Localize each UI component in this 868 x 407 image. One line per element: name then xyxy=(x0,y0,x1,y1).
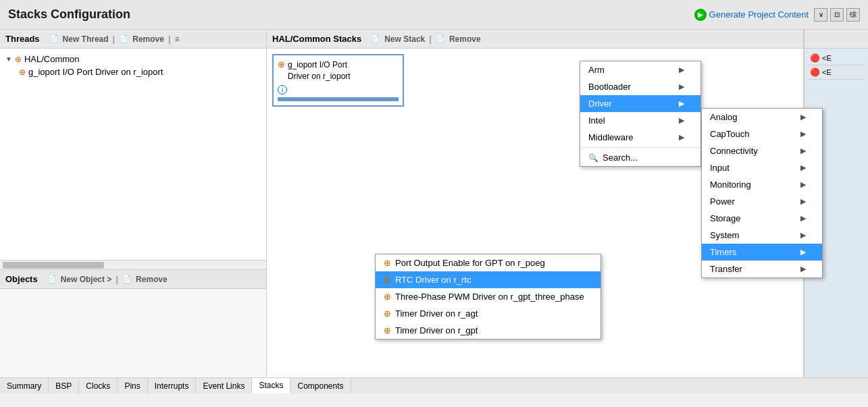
toolbar-icon-3[interactable]: 综 xyxy=(846,8,860,22)
tab-interrupts[interactable]: Interrupts xyxy=(148,378,197,394)
menu-connectivity-label: Connectivity xyxy=(710,146,800,156)
menu-input-arrow: ▶ xyxy=(800,163,806,172)
menu-item-analog[interactable]: Analog ▶ xyxy=(702,109,822,126)
menu-item-monitoring[interactable]: Monitoring ▶ xyxy=(702,176,822,193)
menu-item-intel[interactable]: Intel ▶ xyxy=(580,112,700,129)
menu-item-poeg[interactable]: ⊕ Port Output Enable for GPT on r_poeg xyxy=(376,254,601,271)
tree-children: ⊕ g_ioport I/O Port Driver on r_ioport xyxy=(16,65,263,78)
menu-middleware-label: Middleware xyxy=(588,132,679,142)
tab-event-links[interactable]: Event Links xyxy=(196,378,252,394)
remove-stack-icon: 📄 xyxy=(436,34,445,43)
search-icon: 🔍 xyxy=(588,153,598,163)
menu-connectivity-arrow: ▶ xyxy=(800,146,806,155)
menu-monitoring-label: Monitoring xyxy=(710,180,800,190)
menu-captouch-arrow: ▶ xyxy=(800,130,806,138)
menu-item-three-phase[interactable]: ⊕ Three-Phase PWM Driver on r_gpt_three_… xyxy=(376,288,601,305)
stack-block-bar xyxy=(278,97,399,101)
context-menu-driver: Analog ▶ CapTouch ▶ Connectivity ▶ Input… xyxy=(701,108,823,278)
new-stack-btn[interactable]: New Stack xyxy=(384,34,425,44)
right-label-2: <E xyxy=(822,68,832,76)
poeg-icon: ⊕ xyxy=(384,258,391,268)
remove-object-btn[interactable]: Remove xyxy=(136,275,168,284)
menu-analog-arrow: ▶ xyxy=(800,113,806,121)
tab-pins[interactable]: Pins xyxy=(118,378,147,394)
ioport-icon: ⊕ xyxy=(19,67,26,77)
threads-actions: 📄 New Thread | 📄 Remove | ≡ xyxy=(49,34,180,44)
menu-item-system[interactable]: System ▶ xyxy=(702,227,822,244)
right-panel-header xyxy=(805,30,868,49)
menu-item-middleware[interactable]: Middleware ▶ xyxy=(580,129,700,146)
app-header: Stacks Configuration ▶ Generate Project … xyxy=(0,0,868,30)
info-icon[interactable]: i xyxy=(278,85,287,94)
menu-storage-label: Storage xyxy=(710,213,800,223)
objects-panel: Objects 📄 New Object > | 📄 Remove xyxy=(0,269,267,377)
menu-divider xyxy=(580,147,700,148)
remove-thread-btn[interactable]: Remove xyxy=(132,34,164,44)
right-icon-1: 🔴 xyxy=(810,53,820,63)
menu-item-bootloader[interactable]: Bootloader ▶ xyxy=(580,78,700,95)
menu-system-label: System xyxy=(710,230,800,240)
menu-poeg-label: Port Output Enable for GPT on r_poeg xyxy=(395,258,584,268)
stack-block-icon: ⊕ xyxy=(278,59,285,70)
menu-item-timer-gpt[interactable]: ⊕ Timer Driver on r_gpt xyxy=(376,322,601,339)
menu-item-power[interactable]: Power ▶ xyxy=(702,193,822,210)
tab-clocks[interactable]: Clocks xyxy=(79,378,118,394)
threephase-icon: ⊕ xyxy=(384,292,391,302)
menu-item-driver[interactable]: Driver ▶ xyxy=(580,95,700,112)
header-right: ▶ Generate Project Content ∨ ⊡ 综 xyxy=(694,8,860,22)
menu-monitoring-arrow: ▶ xyxy=(800,180,806,189)
remove-stack-btn[interactable]: Remove xyxy=(449,34,481,44)
generate-btn[interactable]: ▶ Generate Project Content xyxy=(694,9,809,21)
h-scroll-thumb xyxy=(3,262,104,269)
menu-bootloader-label: Bootloader xyxy=(588,82,679,92)
stack-block-info: i xyxy=(278,85,399,94)
menu-item-timers[interactable]: Timers ▶ xyxy=(702,244,822,261)
menu-system-arrow: ▶ xyxy=(800,231,806,240)
menu-power-label: Power xyxy=(710,196,800,207)
threads-panel-header: Threads 📄 New Thread | 📄 Remove | ≡ xyxy=(0,30,266,49)
threads-title: Threads xyxy=(5,34,40,44)
tree-item-halcommon[interactable]: ▼ ⊕ HAL/Common ⊕ g_ioport I/O Port Drive… xyxy=(3,51,263,80)
menu-item-search[interactable]: 🔍 Search... xyxy=(580,149,700,166)
menu-timers-label: Timers xyxy=(710,247,800,257)
h-scrollbar[interactable] xyxy=(0,260,266,269)
menu-rtc-label: RTC Driver on r_rtc xyxy=(395,275,584,285)
threads-content: ▼ ⊕ HAL/Common ⊕ g_ioport I/O Port Drive… xyxy=(0,49,266,260)
tree-item-ioport[interactable]: ⊕ g_ioport I/O Port Driver on r_ioport xyxy=(16,65,263,78)
tab-components[interactable]: Components xyxy=(290,378,351,394)
menu-item-rtc[interactable]: ⊕ RTC Driver on r_rtc xyxy=(376,271,601,288)
new-stack-icon: 📄 xyxy=(371,34,380,43)
menu-item-timer-agt[interactable]: ⊕ Timer Driver on r_agt xyxy=(376,305,601,322)
new-thread-btn[interactable]: New Thread xyxy=(63,34,109,44)
menu-item-captouch[interactable]: CapTouch ▶ xyxy=(702,126,822,142)
toolbar-icons: ∨ ⊡ 综 xyxy=(814,8,860,22)
menu-item-connectivity[interactable]: Connectivity ▶ xyxy=(702,142,822,159)
hal-common-icon: ⊕ xyxy=(15,55,22,64)
menu-item-arm[interactable]: Arm ▶ xyxy=(580,61,700,78)
menu-transfer-label: Transfer xyxy=(710,264,800,274)
menu-power-arrow: ▶ xyxy=(800,197,806,206)
objects-panel-header: Objects 📄 New Object > | 📄 Remove xyxy=(0,270,266,289)
stack-block-title: g_ioport I/O PortDriver on r_ioport xyxy=(288,59,351,82)
menu-timers-arrow: ▶ xyxy=(800,248,806,256)
generate-icon: ▶ xyxy=(694,9,707,21)
menu-intel-label: Intel xyxy=(588,115,679,126)
toolbar-icon-2[interactable]: ⊡ xyxy=(830,8,844,22)
menu-item-storage[interactable]: Storage ▶ xyxy=(702,210,822,227)
threads-collapse-btn[interactable]: ≡ xyxy=(175,34,180,44)
tab-bsp[interactable]: BSP xyxy=(49,378,79,394)
stack-block-ioport[interactable]: ⊕ g_ioport I/O PortDriver on r_ioport i xyxy=(272,54,404,107)
menu-storage-arrow: ▶ xyxy=(800,214,806,223)
menu-item-input[interactable]: Input ▶ xyxy=(702,159,822,176)
new-object-btn[interactable]: New Object > xyxy=(61,275,112,284)
menu-item-transfer[interactable]: Transfer ▶ xyxy=(702,261,822,277)
new-thread-icon: 📄 xyxy=(49,34,59,43)
objects-content xyxy=(0,289,266,377)
tab-stacks[interactable]: Stacks xyxy=(252,378,290,394)
right-item-2: 🔴 <E xyxy=(807,65,865,80)
tab-summary[interactable]: Summary xyxy=(0,378,49,394)
page-title: Stacks Configuration xyxy=(8,7,130,22)
toolbar-icon-1[interactable]: ∨ xyxy=(814,8,827,22)
objects-title: Objects xyxy=(5,274,38,284)
rtc-icon: ⊕ xyxy=(384,275,391,285)
